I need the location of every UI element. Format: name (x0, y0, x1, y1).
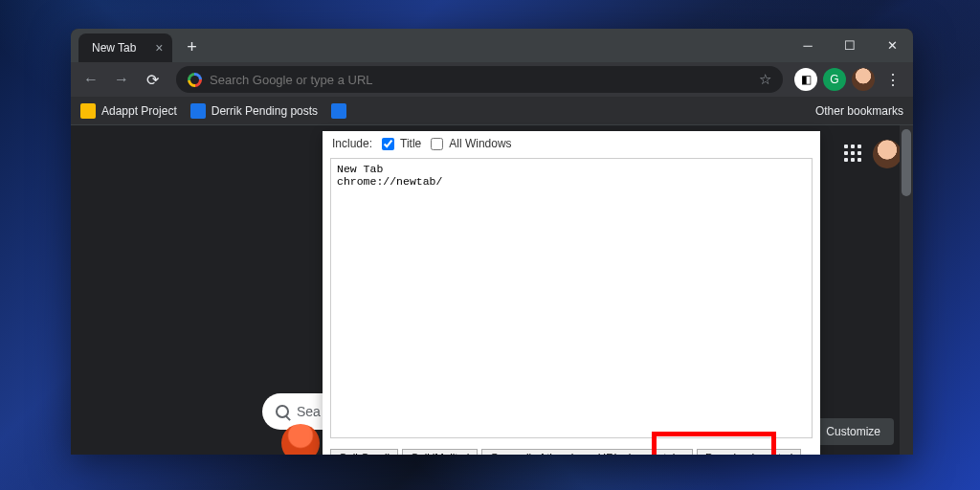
bookmark-item[interactable]: Adappt Project (80, 103, 177, 119)
bookmark-item[interactable] (331, 103, 346, 119)
popup-header: Include: Title All Windows (323, 131, 820, 156)
forward-button[interactable]: → (109, 67, 134, 92)
bookmark-item[interactable]: Derrik Pending posts (190, 103, 318, 119)
window-controls: ─ ☐ ✕ (787, 29, 913, 62)
bookmark-icon (331, 103, 346, 119)
apps-grid-icon[interactable] (844, 145, 863, 164)
title-checkbox-label: Title (400, 137, 421, 150)
omnibox-input[interactable] (210, 73, 751, 87)
url-textarea[interactable] (330, 158, 813, 438)
other-bookmarks[interactable]: Other bookmarks (815, 104, 903, 118)
tab-title: New Tab (92, 41, 136, 55)
chrome-window: New Tab × + ─ ☐ ✕ ← → ⟳ ☆ ◧ G ⋮ Adappt P… (71, 29, 913, 455)
popup-actions: Call Gmail Call 'Mailto:' Open all of th… (323, 444, 820, 455)
call-mailto-button[interactable]: Call 'Mailto:' (402, 449, 478, 455)
customize-button[interactable]: Customize (813, 418, 894, 445)
all-windows-label: All Windows (449, 137, 511, 150)
close-button[interactable]: ✕ (871, 29, 913, 62)
tab-close-icon[interactable]: × (155, 40, 163, 56)
bookmark-label: Adappt Project (101, 104, 177, 118)
minimize-button[interactable]: ─ (787, 29, 829, 62)
scrollbar[interactable] (900, 125, 913, 455)
bookmark-icon (190, 103, 206, 119)
toolbar: ← → ⟳ ☆ ◧ G ⋮ (71, 62, 913, 97)
search-text: Sea (297, 404, 321, 419)
titlebar: New Tab × + ─ ☐ ✕ (71, 29, 913, 62)
account-avatar[interactable] (873, 140, 902, 168)
include-label: Include: (332, 137, 372, 150)
call-gmail-button[interactable]: Call Gmail (330, 449, 398, 455)
menu-button[interactable]: ⋮ (880, 67, 905, 92)
new-tab-button[interactable]: + (178, 33, 205, 60)
extension-popup: Include: Title All Windows Call Gmail Ca… (323, 131, 820, 455)
open-urls-button[interactable]: Open all of the above URLs in new tabs (481, 449, 693, 455)
download-html-button[interactable]: Download as html (697, 449, 801, 455)
bookmark-star-icon[interactable]: ☆ (759, 71, 771, 88)
profile-avatar-icon[interactable] (852, 68, 875, 91)
shortcut-icon[interactable] (281, 424, 320, 455)
address-bar[interactable]: ☆ (176, 66, 783, 93)
title-checkbox[interactable] (382, 138, 394, 150)
browser-tab[interactable]: New Tab × (78, 33, 172, 62)
back-button[interactable]: ← (78, 67, 103, 92)
extension-icon-1[interactable]: ◧ (794, 68, 817, 91)
maximize-button[interactable]: ☐ (829, 29, 871, 62)
bookmark-label: Derrik Pending posts (212, 104, 318, 118)
search-icon (276, 405, 289, 418)
all-windows-checkbox[interactable] (431, 138, 443, 150)
reload-button[interactable]: ⟳ (140, 67, 165, 92)
google-icon (188, 73, 202, 87)
page-content: Sea Customize Include: Title All Windows… (71, 125, 913, 455)
folder-icon (80, 103, 96, 119)
extension-icon-2[interactable]: G (823, 68, 846, 91)
bookmarks-bar: Adappt Project Derrik Pending posts Othe… (71, 97, 913, 125)
other-bookmarks-label: Other bookmarks (815, 104, 903, 118)
